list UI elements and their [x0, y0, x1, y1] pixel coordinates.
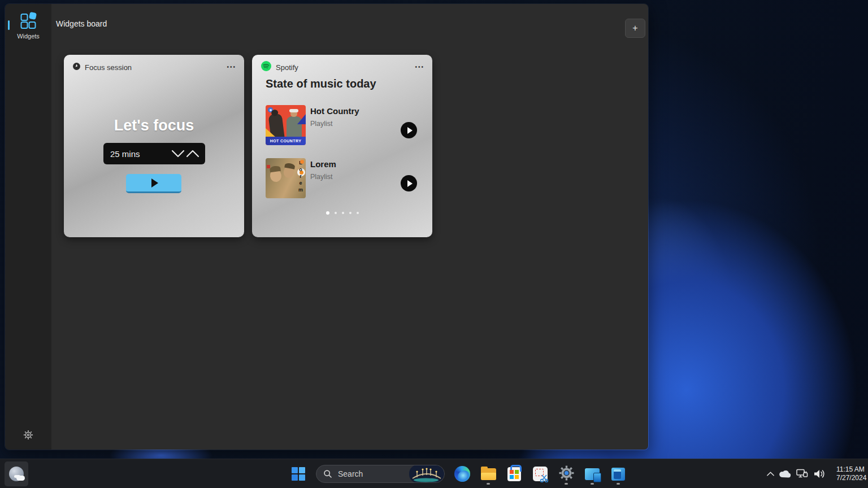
playlist-play-button[interactable] — [401, 175, 417, 191]
focus-widget-header: Focus session ••• — [73, 62, 236, 73]
taskbar: 11:15 AM 7/27/2024 — [0, 459, 868, 488]
tray-time: 11:15 AM — [836, 465, 868, 474]
focus-widget-title: Focus session — [85, 63, 132, 72]
page-title: Widgets board — [56, 19, 107, 28]
page-dot — [326, 211, 329, 215]
volume-icon — [813, 469, 826, 479]
play-icon — [407, 180, 413, 187]
playlist-title: Lorem — [310, 159, 336, 169]
plus-icon: + — [632, 23, 637, 33]
playlist-row-hot-country[interactable]: HOT COUNTRY Hot Country Playlist — [252, 103, 432, 147]
playlist-row-lorem[interactable]: Lorem Lorem Playlist — [252, 156, 432, 200]
sidebar-item-label: Widgets — [17, 33, 40, 40]
focus-duration-value: 25 mins — [110, 149, 140, 159]
playlist-play-button[interactable] — [401, 122, 417, 138]
focus-clock-icon — [73, 62, 80, 72]
page-dot — [342, 212, 344, 214]
edge-browser-button[interactable] — [454, 461, 471, 486]
monitor-phone-app-button[interactable] — [584, 461, 601, 486]
system-tray: 11:15 AM 7/27/2024 — [764, 459, 868, 488]
tablet-app-button[interactable] — [610, 461, 627, 486]
playlist-title: Hot Country — [310, 106, 359, 116]
album-art-caption: Lorem — [297, 160, 304, 194]
tablet-screen-icon — [611, 468, 625, 481]
running-indicator — [617, 483, 620, 485]
widgets-settings-button[interactable] — [23, 430, 34, 442]
page-indicator — [252, 211, 432, 215]
play-icon — [151, 178, 158, 188]
album-art-figure — [287, 116, 302, 138]
gear-icon — [23, 430, 33, 442]
spotify-widget-title: Spotify — [276, 63, 298, 72]
tray-date: 7/27/2024 — [836, 474, 868, 482]
onedrive-cloud-icon — [779, 470, 791, 478]
volume-tray-button[interactable] — [810, 463, 828, 485]
page-dot — [335, 212, 337, 214]
microsoft-store-icon — [507, 467, 521, 481]
widgets-icon — [20, 12, 37, 31]
album-art-shape — [300, 160, 304, 164]
focus-heading: Let's focus — [64, 117, 244, 134]
taskbar-search-box[interactable] — [316, 465, 445, 483]
start-button[interactable] — [290, 461, 307, 486]
file-explorer-button[interactable] — [480, 461, 497, 486]
start-icon — [292, 467, 305, 481]
running-indicator — [565, 483, 568, 485]
spotify-widget-menu-button[interactable]: ••• — [415, 64, 424, 70]
settings-gear-icon — [559, 465, 574, 483]
onedrive-tray-button[interactable] — [776, 463, 793, 485]
page-dot — [357, 212, 359, 214]
monitor-phone-icon — [585, 468, 600, 480]
chevron-up-icon — [187, 151, 198, 156]
hot-country-album-art: HOT COUNTRY — [266, 105, 306, 145]
widgets-board-main: Widgets board + Focus session ••• Let's … — [51, 4, 648, 450]
taskbar-widgets-button[interactable] — [5, 461, 28, 486]
album-art-figure — [283, 165, 294, 179]
settings-button[interactable] — [558, 461, 575, 486]
album-art-figure — [270, 169, 283, 183]
search-input[interactable] — [337, 469, 409, 479]
running-indicator — [591, 483, 594, 485]
search-icon — [323, 469, 332, 478]
playlist-subtitle: Playlist — [310, 120, 333, 128]
chevron-up-icon — [766, 471, 775, 477]
spotify-widget: Spotify ••• State of music today HOT COU… — [252, 55, 432, 237]
play-icon — [407, 127, 413, 134]
widgets-sidebar: Widgets — [5, 4, 51, 450]
snipping-tool-button[interactable] — [532, 461, 549, 486]
page-dot — [349, 212, 351, 214]
focus-widget-menu-button[interactable]: ••• — [227, 64, 236, 70]
taskbar-center-icons — [290, 459, 627, 488]
clock-and-date[interactable]: 11:15 AM 7/27/2024 — [836, 465, 868, 482]
sidebar-item-widgets[interactable]: Widgets — [5, 12, 51, 40]
focus-duration-selector[interactable]: 25 mins — [103, 143, 205, 164]
spotify-widget-header: Spotify ••• — [261, 62, 424, 73]
add-widget-button[interactable]: + — [625, 19, 645, 38]
chevron-down-icon — [172, 151, 184, 156]
playlist-subtitle: Playlist — [310, 173, 333, 181]
running-indicator — [487, 483, 490, 485]
spotify-icon — [261, 61, 271, 73]
microsoft-store-button[interactable] — [506, 461, 523, 486]
weather-moon-cloud-icon — [9, 467, 24, 481]
focus-play-button[interactable] — [126, 174, 181, 193]
wired-network-icon — [796, 469, 808, 479]
bing-daily-image[interactable] — [409, 465, 444, 483]
edge-icon — [454, 466, 470, 482]
widgets-board-panel: Widgets Widgets board + — [5, 3, 649, 450]
album-art-shape — [267, 165, 270, 168]
network-tray-button[interactable] — [793, 463, 810, 485]
focus-session-widget: Focus session ••• Let's focus 25 mins — [64, 55, 244, 237]
lorem-album-art: Lorem — [266, 158, 306, 198]
file-explorer-icon — [481, 468, 496, 480]
snipping-tool-icon — [533, 467, 548, 481]
spotify-heading: State of music today — [266, 77, 376, 90]
tray-overflow-button[interactable] — [764, 463, 776, 485]
album-art-caption: HOT COUNTRY — [266, 137, 306, 145]
